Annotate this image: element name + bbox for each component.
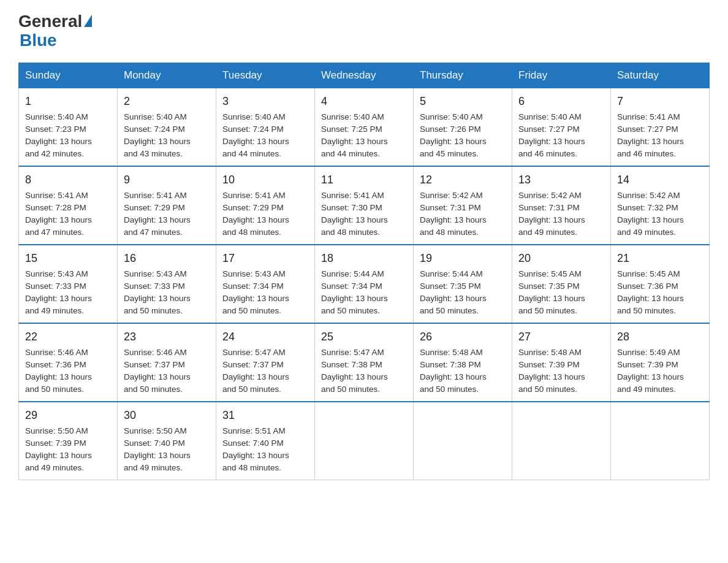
week-row-3: 15 Sunrise: 5:43 AM Sunset: 7:33 PM Dayl… [19, 245, 710, 323]
calendar-cell: 10 Sunrise: 5:41 AM Sunset: 7:29 PM Dayl… [216, 166, 315, 245]
calendar-cell: 11 Sunrise: 5:41 AM Sunset: 7:30 PM Dayl… [315, 166, 414, 245]
daylight-minutes: and 49 minutes. [124, 463, 183, 472]
sunset-label: Sunset: 7:38 PM [420, 360, 481, 369]
sunrise-label: Sunrise: 5:40 AM [518, 112, 582, 121]
day-number: 5 [420, 93, 506, 110]
day-number: 20 [518, 250, 604, 267]
sunset-label: Sunset: 7:24 PM [124, 124, 185, 134]
day-header-saturday: Saturday [611, 63, 710, 88]
calendar-cell: 17 Sunrise: 5:43 AM Sunset: 7:34 PM Dayl… [216, 245, 315, 323]
sunset-label: Sunset: 7:36 PM [617, 282, 678, 291]
day-number: 4 [321, 93, 407, 110]
daylight-minutes: and 49 minutes. [518, 228, 577, 237]
daylight-minutes: and 50 minutes. [420, 306, 479, 315]
calendar-cell: 6 Sunrise: 5:40 AM Sunset: 7:27 PM Dayli… [512, 88, 611, 166]
sunrise-label: Sunrise: 5:41 AM [222, 191, 286, 200]
sunrise-label: Sunrise: 5:40 AM [25, 112, 88, 121]
sunrise-label: Sunrise: 5:40 AM [222, 112, 286, 121]
sunrise-label: Sunrise: 5:46 AM [25, 348, 88, 357]
calendar-cell: 28 Sunrise: 5:49 AM Sunset: 7:39 PM Dayl… [611, 323, 710, 402]
week-row-4: 22 Sunrise: 5:46 AM Sunset: 7:36 PM Dayl… [19, 323, 710, 402]
sunrise-label: Sunrise: 5:43 AM [124, 269, 187, 278]
daylight-label: Daylight: 13 hours [420, 215, 487, 224]
sunset-label: Sunset: 7:39 PM [25, 439, 86, 448]
day-number: 11 [321, 172, 407, 188]
sunrise-label: Sunrise: 5:41 AM [617, 112, 680, 121]
daylight-minutes: and 46 minutes. [518, 149, 577, 158]
calendar-cell: 23 Sunrise: 5:46 AM Sunset: 7:37 PM Dayl… [118, 323, 216, 402]
daylight-label: Daylight: 13 hours [25, 451, 92, 460]
daylight-minutes: and 50 minutes. [222, 306, 281, 315]
calendar-cell: 4 Sunrise: 5:40 AM Sunset: 7:25 PM Dayli… [315, 88, 414, 166]
day-number: 27 [518, 329, 604, 345]
daylight-label: Daylight: 13 hours [321, 137, 388, 146]
sunrise-label: Sunrise: 5:40 AM [420, 112, 483, 121]
daylight-minutes: and 47 minutes. [124, 228, 183, 237]
daylight-minutes: and 43 minutes. [124, 149, 183, 158]
sunset-label: Sunset: 7:28 PM [25, 203, 86, 212]
daylight-label: Daylight: 13 hours [25, 215, 92, 224]
calendar-cell [512, 402, 611, 480]
calendar-cell: 22 Sunrise: 5:46 AM Sunset: 7:36 PM Dayl… [19, 323, 118, 402]
sunrise-label: Sunrise: 5:48 AM [518, 348, 582, 357]
day-header-monday: Monday [118, 63, 216, 88]
daylight-label: Daylight: 13 hours [321, 215, 388, 224]
daylight-label: Daylight: 13 hours [518, 215, 585, 224]
sunrise-label: Sunrise: 5:42 AM [617, 191, 680, 200]
calendar-cell: 19 Sunrise: 5:44 AM Sunset: 7:35 PM Dayl… [414, 245, 512, 323]
daylight-label: Daylight: 13 hours [321, 372, 388, 381]
calendar-cell [611, 402, 710, 480]
sunrise-label: Sunrise: 5:48 AM [420, 348, 483, 357]
daylight-minutes: and 46 minutes. [617, 149, 676, 158]
daylight-label: Daylight: 13 hours [124, 451, 191, 460]
calendar-cell: 13 Sunrise: 5:42 AM Sunset: 7:31 PM Dayl… [512, 166, 611, 245]
sunrise-label: Sunrise: 5:47 AM [222, 348, 286, 357]
daylight-minutes: and 48 minutes. [222, 463, 281, 472]
day-header-sunday: Sunday [19, 63, 118, 88]
day-number: 30 [124, 407, 210, 424]
sunrise-label: Sunrise: 5:43 AM [25, 269, 88, 278]
sunset-label: Sunset: 7:40 PM [222, 439, 284, 448]
sunset-label: Sunset: 7:33 PM [124, 282, 185, 291]
calendar-cell: 5 Sunrise: 5:40 AM Sunset: 7:26 PM Dayli… [414, 88, 512, 166]
sunset-label: Sunset: 7:29 PM [124, 203, 185, 212]
sunset-label: Sunset: 7:35 PM [518, 282, 580, 291]
day-number: 25 [321, 329, 407, 345]
daylight-label: Daylight: 13 hours [124, 137, 191, 146]
calendar-cell: 27 Sunrise: 5:48 AM Sunset: 7:39 PM Dayl… [512, 323, 611, 402]
day-number: 8 [25, 172, 111, 188]
day-number: 1 [25, 93, 111, 110]
calendar-cell: 7 Sunrise: 5:41 AM Sunset: 7:27 PM Dayli… [611, 88, 710, 166]
sunset-label: Sunset: 7:37 PM [222, 360, 284, 369]
daylight-label: Daylight: 13 hours [124, 372, 191, 381]
sunset-label: Sunset: 7:34 PM [321, 282, 382, 291]
day-number: 12 [420, 172, 506, 188]
sunrise-label: Sunrise: 5:44 AM [420, 269, 483, 278]
calendar-table: SundayMondayTuesdayWednesdayThursdayFrid… [18, 63, 710, 480]
week-row-2: 8 Sunrise: 5:41 AM Sunset: 7:28 PM Dayli… [19, 166, 710, 245]
daylight-minutes: and 50 minutes. [321, 385, 380, 394]
calendar-cell: 15 Sunrise: 5:43 AM Sunset: 7:33 PM Dayl… [19, 245, 118, 323]
daylight-label: Daylight: 13 hours [518, 137, 585, 146]
daylight-label: Daylight: 13 hours [222, 137, 289, 146]
daylight-minutes: and 49 minutes. [25, 306, 84, 315]
daylight-label: Daylight: 13 hours [420, 294, 487, 303]
calendar-cell: 16 Sunrise: 5:43 AM Sunset: 7:33 PM Dayl… [118, 245, 216, 323]
day-number: 18 [321, 250, 407, 267]
calendar-cell [414, 402, 512, 480]
sunset-label: Sunset: 7:39 PM [518, 360, 580, 369]
sunrise-label: Sunrise: 5:50 AM [25, 426, 88, 435]
daylight-minutes: and 50 minutes. [518, 306, 577, 315]
calendar-cell: 24 Sunrise: 5:47 AM Sunset: 7:37 PM Dayl… [216, 323, 315, 402]
calendar-cell: 20 Sunrise: 5:45 AM Sunset: 7:35 PM Dayl… [512, 245, 611, 323]
week-row-5: 29 Sunrise: 5:50 AM Sunset: 7:39 PM Dayl… [19, 402, 710, 480]
sunset-label: Sunset: 7:37 PM [124, 360, 185, 369]
daylight-label: Daylight: 13 hours [25, 294, 92, 303]
day-number: 21 [617, 250, 703, 267]
sunset-label: Sunset: 7:36 PM [25, 360, 86, 369]
sunrise-label: Sunrise: 5:42 AM [420, 191, 483, 200]
day-number: 23 [124, 329, 210, 345]
sunset-label: Sunset: 7:38 PM [321, 360, 382, 369]
sunset-label: Sunset: 7:25 PM [321, 124, 382, 134]
logo-text-general: General [18, 12, 82, 31]
